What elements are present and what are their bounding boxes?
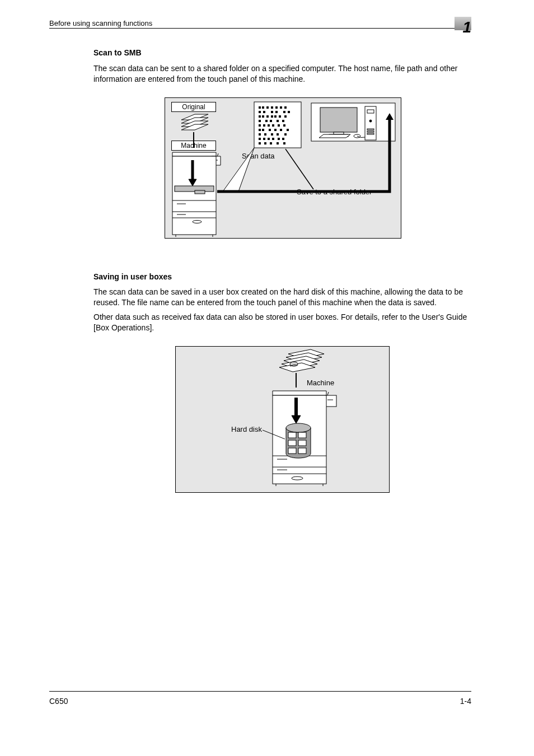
svg-rect-53 xyxy=(278,138,280,140)
svg-rect-36 xyxy=(278,124,280,127)
svg-rect-43 xyxy=(287,129,289,131)
diagram-boxes-art xyxy=(175,346,390,493)
svg-rect-8 xyxy=(262,106,264,109)
svg-rect-41 xyxy=(274,129,277,131)
svg-rect-55 xyxy=(259,142,261,144)
svg-rect-31 xyxy=(282,120,284,122)
svg-rect-82 xyxy=(298,440,306,446)
svg-point-68 xyxy=(369,120,372,122)
svg-point-75 xyxy=(292,477,303,480)
svg-rect-19 xyxy=(288,111,290,113)
svg-rect-23 xyxy=(271,115,273,118)
svg-rect-83 xyxy=(288,448,296,454)
svg-rect-38 xyxy=(259,129,261,131)
chapter-number: 1 xyxy=(462,18,471,36)
svg-rect-34 xyxy=(268,124,270,127)
footer-page: 1-4 xyxy=(460,697,471,706)
svg-rect-15 xyxy=(263,111,265,113)
svg-rect-29 xyxy=(270,120,272,122)
svg-rect-9 xyxy=(266,106,269,109)
svg-rect-79 xyxy=(288,432,296,438)
svg-rect-18 xyxy=(283,111,285,113)
svg-rect-35 xyxy=(272,124,274,127)
svg-rect-73 xyxy=(325,395,336,407)
svg-line-60 xyxy=(285,149,313,189)
svg-rect-67 xyxy=(367,110,374,113)
svg-rect-12 xyxy=(280,106,282,109)
svg-rect-4 xyxy=(195,190,205,194)
footer-rule xyxy=(49,691,471,692)
svg-rect-81 xyxy=(288,440,296,446)
svg-rect-69 xyxy=(367,129,374,130)
svg-rect-84 xyxy=(298,448,306,454)
svg-rect-26 xyxy=(284,115,287,118)
svg-rect-57 xyxy=(270,142,272,144)
svg-rect-48 xyxy=(284,133,287,136)
svg-rect-37 xyxy=(283,124,285,127)
svg-rect-33 xyxy=(263,124,265,127)
svg-rect-44 xyxy=(259,133,261,136)
svg-rect-13 xyxy=(284,106,287,109)
svg-rect-7 xyxy=(259,106,261,109)
svg-rect-45 xyxy=(264,133,266,136)
svg-rect-62 xyxy=(320,108,357,132)
svg-rect-40 xyxy=(269,129,271,131)
svg-rect-52 xyxy=(272,138,274,140)
svg-rect-50 xyxy=(263,138,265,140)
svg-rect-56 xyxy=(264,142,266,144)
svg-point-78 xyxy=(286,423,311,432)
svg-rect-63 xyxy=(334,132,344,134)
svg-rect-71 xyxy=(367,133,374,134)
svg-rect-14 xyxy=(259,111,261,113)
svg-rect-80 xyxy=(298,432,306,438)
svg-rect-32 xyxy=(259,124,261,127)
svg-rect-59 xyxy=(283,142,285,144)
svg-rect-21 xyxy=(262,115,264,118)
body-text-boxes-2: Other data such as received fax data can… xyxy=(93,312,472,333)
body-text-smb: The scan data can be sent to a shared fo… xyxy=(93,63,472,85)
footer-model: C650 xyxy=(49,697,68,706)
svg-rect-27 xyxy=(259,120,261,122)
section-heading-smb: Scan to SMB xyxy=(93,48,142,57)
svg-rect-11 xyxy=(275,106,278,109)
svg-rect-25 xyxy=(279,115,281,118)
header-title: Before using scanning functions xyxy=(49,19,152,27)
svg-rect-17 xyxy=(275,111,278,113)
svg-rect-10 xyxy=(271,106,273,109)
diagram-smb: Original Machine Memory Scan data Save t… xyxy=(165,97,401,246)
body-text-boxes-1: The scan data can be saved in a user box… xyxy=(93,287,472,308)
svg-rect-24 xyxy=(274,115,277,118)
svg-rect-20 xyxy=(259,115,261,118)
svg-rect-16 xyxy=(271,111,273,113)
svg-rect-39 xyxy=(262,129,264,131)
svg-rect-28 xyxy=(265,120,268,122)
svg-rect-70 xyxy=(367,131,374,132)
svg-rect-22 xyxy=(266,115,269,118)
svg-rect-30 xyxy=(277,120,279,122)
svg-rect-3 xyxy=(175,186,214,192)
diagram-boxes: Machine Hard disk xyxy=(175,346,390,500)
svg-rect-42 xyxy=(280,129,282,131)
section-heading-boxes: Saving in user boxes xyxy=(93,272,172,281)
svg-rect-54 xyxy=(282,138,284,140)
header-rule xyxy=(49,28,471,29)
svg-rect-46 xyxy=(271,133,273,136)
diagram-smb-art xyxy=(165,97,401,239)
svg-rect-58 xyxy=(277,142,279,144)
svg-rect-47 xyxy=(277,133,279,136)
svg-rect-51 xyxy=(268,138,270,140)
svg-rect-49 xyxy=(259,138,261,140)
